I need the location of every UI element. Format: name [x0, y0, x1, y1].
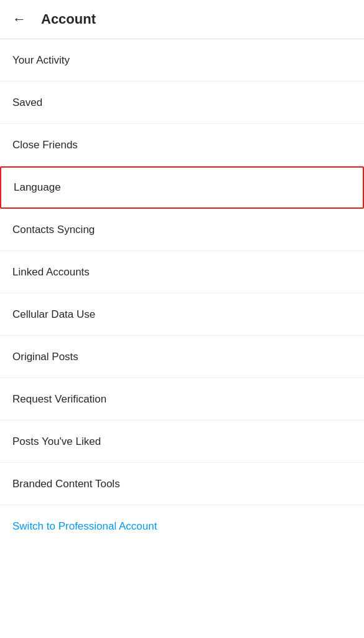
menu-item-label-original-posts: Original Posts	[12, 351, 78, 363]
menu-item-posts-youve-liked[interactable]: Posts You've Liked	[0, 421, 364, 463]
menu-item-label-posts-youve-liked: Posts You've Liked	[12, 436, 101, 448]
menu-item-cellular-data-use[interactable]: Cellular Data Use	[0, 293, 364, 336]
menu-item-label-your-activity: Your Activity	[12, 54, 70, 67]
menu-item-branded-content-tools[interactable]: Branded Content Tools	[0, 463, 364, 505]
menu-item-label-saved: Saved	[12, 97, 42, 109]
menu-item-linked-accounts[interactable]: Linked Accounts	[0, 251, 364, 293]
menu-item-request-verification[interactable]: Request Verification	[0, 378, 364, 421]
back-arrow-icon: ←	[12, 12, 26, 26]
menu-item-language[interactable]: Language	[0, 166, 364, 209]
menu-item-label-request-verification: Request Verification	[12, 393, 106, 406]
back-button[interactable]: ←	[12, 10, 31, 29]
menu-item-label-linked-accounts: Linked Accounts	[12, 266, 90, 279]
menu-item-label-cellular-data-use: Cellular Data Use	[12, 308, 95, 321]
account-menu-list: Your ActivitySavedClose FriendsLanguageC…	[0, 39, 364, 548]
menu-item-saved[interactable]: Saved	[0, 82, 364, 124]
menu-item-label-branded-content-tools: Branded Content Tools	[12, 478, 120, 490]
menu-item-your-activity[interactable]: Your Activity	[0, 39, 364, 82]
menu-item-label-close-friends: Close Friends	[12, 139, 78, 151]
menu-item-close-friends[interactable]: Close Friends	[0, 124, 364, 166]
header: ← Account	[0, 0, 364, 39]
menu-item-original-posts[interactable]: Original Posts	[0, 336, 364, 378]
menu-item-label-language: Language	[14, 181, 61, 194]
menu-item-label-switch-professional: Switch to Professional Account	[12, 520, 157, 533]
menu-item-contacts-syncing[interactable]: Contacts Syncing	[0, 209, 364, 251]
screen-container: ← Account Your ActivitySavedClose Friend…	[0, 0, 364, 548]
menu-item-label-contacts-syncing: Contacts Syncing	[12, 224, 95, 236]
menu-item-switch-professional[interactable]: Switch to Professional Account	[0, 505, 364, 548]
page-title: Account	[41, 11, 96, 27]
